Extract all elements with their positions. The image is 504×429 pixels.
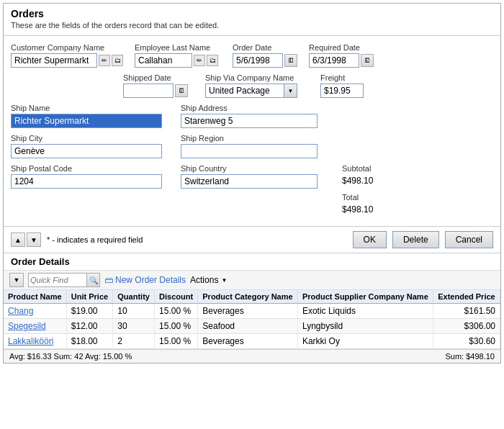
supplier-cell: Exotic Liquids [297, 304, 433, 319]
unit-price-cell: $12.00 [66, 319, 113, 334]
customer-company-label: Customer Company Name [11, 43, 123, 52]
table-row: Spegesild $12.00 30 15.00 % Seafood Lyng… [4, 319, 500, 334]
order-date-label: Order Date [233, 43, 297, 52]
page-subtitle: These are the fields of the orders recor… [11, 21, 493, 30]
edit-employee-icon[interactable]: ✏ [194, 55, 205, 66]
table-row: Chang $19.00 10 15.00 % Beverages Exotic… [4, 304, 500, 319]
page-title: Orders [11, 8, 493, 19]
od-dropdown-arrow[interactable]: ▼ [9, 273, 24, 287]
required-date-calendar-icon[interactable]: 🗓 [361, 54, 374, 67]
nav-up-button[interactable]: ▲ [11, 232, 25, 247]
ship-postal-input[interactable] [11, 174, 162, 189]
category-cell: Seafood [198, 319, 298, 334]
freight-input[interactable] [320, 83, 364, 98]
extended-price-cell: $30.60 [433, 334, 500, 349]
order-details-title: Order Details [4, 253, 500, 270]
discount-cell: 15.00 % [155, 304, 198, 319]
customer-company-input[interactable] [11, 53, 97, 68]
cancel-button[interactable]: Cancel [445, 231, 493, 248]
col-category: Product Category Name [198, 290, 298, 304]
ship-country-label: Ship Country [181, 164, 325, 173]
ship-name-label: Ship Name [11, 104, 169, 112]
extended-price-cell: $306.00 [433, 319, 500, 334]
col-quantity: Quantity [113, 290, 155, 304]
col-supplier: Product Supplier Company Name [297, 290, 433, 304]
discount-cell: 15.00 % [155, 319, 198, 334]
col-unit-price: Unit Price [66, 290, 113, 304]
ship-via-dropdown-arrow[interactable]: ▼ [284, 83, 297, 98]
quantity-cell: 2 [113, 334, 155, 349]
col-discount: Discount [155, 290, 198, 304]
ship-postal-label: Ship Postal Code [11, 164, 169, 173]
product-name-cell[interactable]: Spegesild [4, 319, 66, 334]
nav-down-button[interactable]: ▼ [27, 232, 41, 247]
table-row: Lakkalikööri $18.00 2 15.00 % Beverages … [4, 334, 500, 349]
search-input[interactable] [29, 276, 86, 284]
shipped-date-label: Shipped Date [123, 73, 188, 82]
ship-region-input[interactable] [181, 144, 318, 158]
card-customer-icon[interactable]: 🗂 [112, 55, 123, 66]
category-cell: Beverages [198, 304, 298, 319]
unit-price-cell: $18.00 [66, 334, 113, 349]
new-order-label: New Order Details [115, 275, 186, 285]
order-date-calendar-icon[interactable]: 🗓 [284, 54, 297, 67]
category-cell: Beverages [198, 334, 298, 349]
card-employee-icon[interactable]: 🗂 [207, 55, 218, 66]
discount-cell: 15.00 % [155, 334, 198, 349]
actions-label: Actions [190, 275, 218, 285]
ship-address-label: Ship Address [181, 104, 325, 112]
edit-customer-icon[interactable]: ✏ [99, 55, 110, 66]
ship-city-label: Ship City [11, 134, 169, 143]
ship-region-label: Ship Region [181, 134, 325, 143]
ship-name-input[interactable] [11, 114, 162, 128]
supplier-cell: Lyngbysild [297, 319, 433, 334]
product-name-cell[interactable]: Lakkalikööri [4, 334, 66, 349]
search-button[interactable]: 🔍 [86, 274, 99, 286]
ship-city-input[interactable] [11, 144, 162, 158]
col-extended: Extended Price [433, 290, 500, 304]
product-name-cell[interactable]: Chang [4, 304, 66, 319]
subtotal-value: $498.10 [342, 174, 373, 187]
extended-price-cell: $161.50 [433, 304, 500, 319]
ship-country-input[interactable] [181, 174, 318, 189]
employee-last-name-input[interactable] [135, 53, 192, 68]
required-date-input[interactable] [309, 53, 359, 68]
actions-dropdown[interactable]: Actions ▼ [190, 275, 227, 285]
actions-arrow-icon: ▼ [221, 277, 227, 284]
summary-left: Avg: $16.33 Sum: 42 Avg: 15.00 % [9, 352, 132, 361]
employee-last-name-label: Employee Last Name [135, 43, 221, 52]
order-date-input[interactable] [233, 53, 283, 68]
ship-address-input[interactable] [181, 114, 318, 128]
col-product: Product Name [4, 290, 66, 304]
required-note: * - indicates a required field [47, 235, 347, 244]
unit-price-cell: $19.00 [66, 304, 113, 319]
freight-label: Freight [320, 73, 364, 82]
order-details-table: Product Name Unit Price Quantity Discoun… [4, 290, 500, 349]
quantity-cell: 30 [113, 319, 155, 334]
new-order-icon: 🗃 [104, 275, 113, 285]
required-date-label: Required Date [309, 43, 374, 52]
shipped-date-calendar-icon[interactable]: 🗓 [175, 84, 188, 97]
shipped-date-input[interactable] [123, 83, 174, 98]
new-order-button[interactable]: 🗃 New Order Details [104, 275, 186, 285]
summary-right: Sum: $498.10 [446, 352, 495, 361]
quantity-cell: 10 [113, 304, 155, 319]
ok-button[interactable]: OK [353, 231, 387, 248]
supplier-cell: Karkki Oy [297, 334, 433, 349]
delete-button[interactable]: Delete [392, 231, 439, 248]
total-value: $498.10 [342, 203, 373, 216]
total-label: Total [342, 193, 373, 202]
ship-via-input[interactable] [205, 83, 284, 98]
subtotal-label: Subtotal [342, 164, 373, 173]
ship-via-label: Ship Via Company Name [205, 73, 297, 82]
